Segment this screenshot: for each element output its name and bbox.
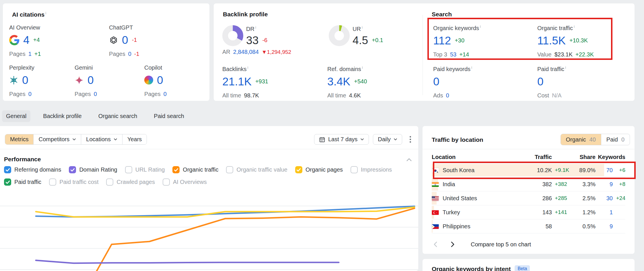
- prev-page-button[interactable]: [432, 241, 439, 248]
- ur-delta: +0.1: [372, 37, 383, 44]
- metric-label: Copilot: [144, 64, 167, 71]
- paid-keywords-value[interactable]: 0: [433, 76, 439, 87]
- locations-dropdown[interactable]: Locations: [81, 134, 122, 144]
- collapse-section-icon[interactable]: [406, 158, 412, 162]
- checkbox-paid-traffic-cost[interactable]: Paid traffic cost: [49, 178, 98, 186]
- table-row-united-states[interactable]: United States 286 +285 2.5% 30 +24: [432, 191, 625, 205]
- organic-keywords-value[interactable]: 112: [433, 35, 451, 46]
- backlinks-value[interactable]: 21.1K: [222, 76, 252, 87]
- pages-value[interactable]: 0: [128, 51, 131, 57]
- competitors-label: Competitors: [38, 136, 69, 143]
- perplexity-value: 0: [22, 74, 28, 86]
- pages-label: Pages: [109, 51, 125, 57]
- pages-value[interactable]: 0: [94, 91, 97, 97]
- checkbox-ai-overviews[interactable]: AI Overviews: [163, 178, 207, 186]
- keywords-value[interactable]: 9: [596, 223, 613, 230]
- compare-top5-button[interactable]: Compare top 5 on chart: [471, 241, 531, 248]
- keywords-by-intent-title: Organic keywords by intent: [432, 266, 511, 271]
- pages-value[interactable]: 0: [164, 91, 167, 97]
- checkbox-crawled-pages[interactable]: Crawled pages: [106, 178, 155, 186]
- checkbox-referring-domains[interactable]: Referring domains: [4, 166, 61, 173]
- gemini-metric: Gemini 0 Pages 0: [75, 64, 97, 97]
- competitors-dropdown[interactable]: Competitors: [34, 134, 81, 144]
- traffic-value: 382: [523, 181, 552, 188]
- date-range-dropdown[interactable]: Last 7 days: [314, 134, 369, 145]
- table-row-india[interactable]: India 382 +382 3.3% 9 +8: [432, 177, 625, 191]
- more-options-button[interactable]: [406, 134, 415, 145]
- location-pager: Compare top 5 on chart: [432, 238, 625, 251]
- ref-domains-value[interactable]: 3.4K: [327, 76, 350, 87]
- traffic-delta: +141: [552, 209, 573, 215]
- tab-paid-search[interactable]: Paid search: [150, 110, 188, 122]
- ar-value[interactable]: 2,848,084: [233, 49, 259, 55]
- years-button[interactable]: Years: [122, 134, 147, 144]
- checkbox-organic-traffic[interactable]: Organic traffic: [172, 166, 218, 173]
- share-value: 1.2%: [573, 209, 596, 216]
- location-name: South Korea: [443, 167, 474, 174]
- pages-value[interactable]: 1: [28, 51, 32, 57]
- ai-overview-value: 4: [23, 34, 30, 46]
- granularity-dropdown[interactable]: Daily: [373, 134, 402, 145]
- ur-metric: URi 4.5 +0.1: [353, 25, 383, 46]
- chatgpt-value: 0: [122, 34, 128, 46]
- checkbox-organic-traffic-value[interactable]: Organic traffic value: [226, 166, 287, 173]
- keywords-value[interactable]: 70: [596, 167, 613, 174]
- date-controls: Last 7 days Daily: [314, 134, 415, 145]
- toggle-paid[interactable]: Paid 0: [601, 134, 630, 145]
- chatgpt-icon: [109, 36, 118, 45]
- share-value: 2.5%: [573, 195, 596, 202]
- column-location: Location: [432, 154, 523, 160]
- table-row-turkey[interactable]: Turkey 143 +141 1.2% 1: [432, 205, 625, 219]
- tab-backlink-profile[interactable]: Backlink profile: [39, 110, 86, 122]
- keywords-delta: +24: [613, 195, 625, 201]
- backlink-search-card: Backlink profile DRi 33 -6 AR 2,848,084 …: [214, 3, 635, 101]
- toggle-organic[interactable]: Organic 40: [561, 134, 601, 145]
- checkbox-url-rating[interactable]: URL Rating: [125, 166, 165, 173]
- dr-metric: DRi 33 -6: [246, 25, 267, 46]
- checkbox-paid-traffic[interactable]: Paid traffic: [4, 178, 41, 186]
- organic-traffic-value[interactable]: 11.5K: [537, 35, 566, 46]
- location-name: Turkey: [443, 209, 460, 216]
- paid-traffic-metric: Paid traffici 0 Cost N/A: [537, 65, 566, 99]
- checkbox-organic-pages[interactable]: Organic pages: [295, 166, 343, 173]
- keywords-delta: +6: [613, 167, 625, 173]
- traffic-delta: +9.1K: [552, 167, 573, 173]
- table-row-philippines[interactable]: Philippines 58 0.5% 9: [432, 219, 625, 233]
- next-page-button[interactable]: [449, 241, 456, 248]
- pages-value[interactable]: 0: [28, 91, 32, 97]
- top3-value[interactable]: 53: [450, 51, 456, 58]
- ar-label: AR: [222, 49, 230, 55]
- search-title: Search: [432, 11, 452, 18]
- keywords-value[interactable]: 30: [596, 195, 613, 202]
- tab-organic-search[interactable]: Organic search: [94, 110, 141, 122]
- divider: [423, 149, 635, 149]
- keywords-value[interactable]: 9: [596, 181, 613, 188]
- table-row-south-korea[interactable]: South Korea 10.2K +9.1K 89.0% 70 +6: [432, 163, 625, 177]
- philippines-flag-icon: [432, 224, 439, 229]
- info-icon: i: [574, 24, 575, 29]
- pages-delta: +1: [34, 51, 41, 57]
- paid-traffic-value[interactable]: 0: [537, 76, 544, 87]
- ar-row: AR 2,848,084 ▼1,294,952: [222, 49, 291, 55]
- keywords-value[interactable]: 1: [596, 209, 613, 216]
- organic-traffic-metric: Organic traffici 11.5K +10.3K Value $23.…: [537, 24, 594, 58]
- checkbox-label: Organic traffic: [183, 166, 218, 173]
- ai-citations-title: AI citationsi: [12, 11, 46, 18]
- ads-value[interactable]: 0: [446, 92, 449, 99]
- pages-delta: -1: [134, 51, 139, 57]
- chevron-down-icon: [394, 138, 397, 141]
- checkbox-icon: [125, 166, 132, 173]
- tab-general[interactable]: General: [2, 110, 30, 122]
- gemini-icon: [75, 76, 84, 85]
- checkbox-domain-rating[interactable]: Domain Rating: [69, 166, 117, 173]
- metrics-button[interactable]: Metrics: [5, 134, 34, 144]
- copilot-icon: [144, 76, 153, 85]
- organic-traffic-delta: +10.3K: [569, 37, 588, 44]
- granularity-label: Daily: [378, 136, 390, 143]
- checkbox-icon: [4, 166, 11, 173]
- location-name: India: [443, 181, 455, 188]
- checkbox-impressions[interactable]: Impressions: [351, 166, 392, 173]
- location-table: Location Traffic Share Keywords South Ko…: [432, 151, 625, 233]
- copilot-value: 0: [157, 74, 163, 86]
- performance-line-chart[interactable]: [0, 189, 418, 271]
